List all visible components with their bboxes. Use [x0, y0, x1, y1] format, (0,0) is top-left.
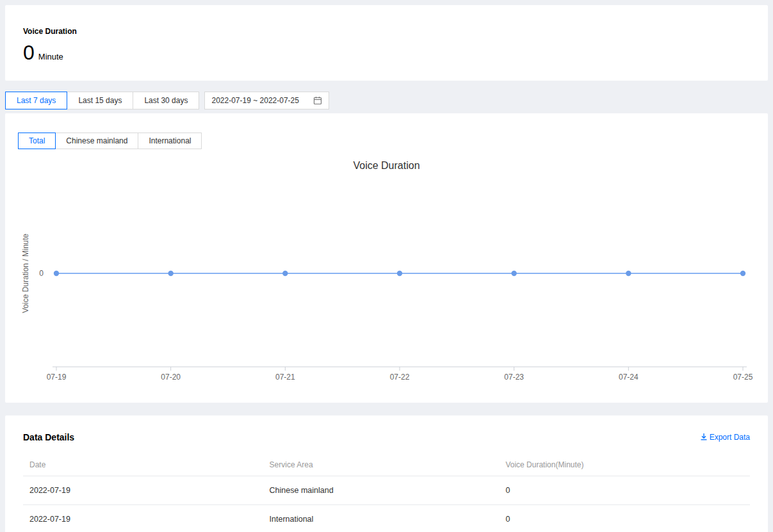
summary-value: 0	[23, 42, 35, 63]
summary-title: Voice Duration	[23, 27, 750, 36]
svg-text:07-20: 07-20	[161, 373, 181, 382]
cell-date: 2022-07-19	[23, 505, 263, 532]
tab-international[interactable]: International	[138, 133, 202, 149]
voice-duration-chart-card: Total Chinese mainland International Voi…	[5, 113, 768, 403]
range-button-last-7-days[interactable]: Last 7 days	[5, 92, 67, 109]
summary-value-row: 0 Minute	[23, 42, 750, 63]
tab-chinese-mainland[interactable]: Chinese mainland	[55, 133, 138, 149]
tab-total[interactable]: Total	[18, 133, 56, 149]
svg-text:07-24: 07-24	[619, 373, 639, 382]
date-filter-row: Last 7 days Last 15 days Last 30 days 20…	[5, 92, 768, 109]
cell-date: 2022-07-19	[23, 476, 263, 505]
summary-unit: Minute	[38, 52, 63, 61]
cell-service-area: Chinese mainland	[263, 476, 500, 505]
chart-title: Voice Duration	[18, 160, 755, 172]
data-details-table: Date Service Area Voice Duration(Minute)…	[23, 454, 750, 532]
svg-text:07-21: 07-21	[275, 373, 295, 382]
svg-text:07-19: 07-19	[47, 373, 67, 382]
date-range-picker[interactable]: 2022-07-19 ~ 2022-07-25	[204, 92, 329, 109]
svg-text:Voice Duration / Minute: Voice Duration / Minute	[21, 234, 30, 313]
svg-text:07-25: 07-25	[733, 373, 753, 382]
table-header-row: Date Service Area Voice Duration(Minute)	[23, 454, 750, 476]
table-row: 2022-07-19 International 0	[23, 505, 750, 532]
line-chart[interactable]: Voice Duration / Minute007-1907-2007-210…	[18, 174, 755, 385]
voice-duration-summary-card: Voice Duration 0 Minute	[5, 5, 768, 81]
chart-scope-tabs: Total Chinese mainland International	[18, 133, 755, 149]
svg-text:07-22: 07-22	[390, 373, 410, 382]
data-details-card: Data Details Export Data Date Service Ar…	[5, 415, 768, 532]
date-range-value: 2022-07-19 ~ 2022-07-25	[211, 96, 298, 105]
range-button-last-30-days[interactable]: Last 30 days	[133, 92, 199, 109]
export-data-link[interactable]: Export Data	[700, 433, 750, 442]
column-header-voice-duration: Voice Duration(Minute)	[499, 454, 750, 476]
download-icon	[700, 433, 708, 442]
table-row: 2022-07-19 Chinese mainland 0	[23, 476, 750, 505]
column-header-service-area: Service Area	[263, 454, 500, 476]
svg-text:07-23: 07-23	[504, 373, 524, 382]
cell-voice-duration: 0	[499, 476, 750, 505]
details-header: Data Details Export Data	[23, 432, 750, 442]
column-header-date: Date	[23, 454, 263, 476]
calendar-icon[interactable]	[313, 96, 322, 105]
cell-service-area: International	[263, 505, 500, 532]
svg-text:0: 0	[39, 269, 44, 278]
cell-voice-duration: 0	[499, 505, 750, 532]
range-button-last-15-days[interactable]: Last 15 days	[67, 92, 133, 109]
export-data-label: Export Data	[710, 433, 750, 442]
details-title: Data Details	[23, 432, 74, 442]
